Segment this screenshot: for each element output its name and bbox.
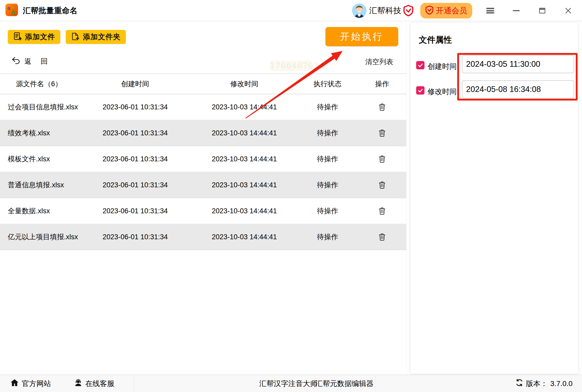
created-time-label: 创建时间 [428,62,457,71]
pinyin-master-link[interactable]: 汇帮汉字注音大师 [259,375,317,392]
check-icon [417,62,423,68]
header-source-name: 源文件名（6） [0,79,78,89]
header-exec-status: 执行状态 [296,79,359,89]
svg-text:A: A [11,9,15,16]
back-button[interactable]: 返 回 [10,56,51,67]
online-service-label: 在线客服 [85,379,114,389]
user-name[interactable]: 汇帮科技 [369,0,401,21]
file-name: 普通信息填报.xlsx [0,180,78,190]
menu-icon[interactable] [482,0,498,21]
watermark: 1766467034 [270,60,311,71]
exec-status: 待操作 [296,180,359,190]
table-row: 过会项目信息填报.xlsx2023-06-01 10:31:342023-10-… [0,94,406,120]
version-value: 3.7.0.0 [550,380,573,388]
headset-icon [74,379,82,388]
official-site-label: 官方网站 [22,379,51,389]
file-name: 亿元以上项目填报.xlsx [0,232,78,242]
created-time: 2023-06-01 10:31:34 [78,207,192,215]
add-file-label: 添加文件 [25,32,55,42]
refresh-icon[interactable] [515,379,523,388]
online-service-link[interactable]: 在线客服 [74,375,114,392]
modified-time: 2023-10-03 14:44:41 [192,207,296,215]
app-title: 汇帮批量重命名 [23,0,77,21]
modified-time-label: 修改时间 [428,87,457,97]
add-folder-icon [71,32,80,42]
created-time: 2023-06-01 10:31:34 [78,155,192,163]
created-time: 2023-06-01 10:31:34 [78,181,192,189]
svg-text:a: a [7,5,10,11]
trash-icon[interactable] [378,103,386,111]
clear-list-button[interactable]: 清空列表 [365,57,393,67]
trash-icon[interactable] [378,129,386,137]
created-time: 2023-06-01 10:31:34 [78,233,192,241]
header-modified-time: 修改时间 [192,79,296,89]
modified-time: 2023-10-03 14:44:41 [192,233,296,241]
file-table-body: 过会项目信息填报.xlsx2023-06-01 10:31:342023-10-… [0,94,406,250]
created-time: 2023-06-01 10:31:34 [78,129,192,137]
header-operation: 操作 [359,79,406,89]
trash-icon[interactable] [378,233,386,241]
table-row: 普通信息填报.xlsx2023-06-01 10:31:342023-10-03… [0,172,406,198]
created-time-input[interactable] [462,55,574,73]
app-logo: a A [5,4,18,16]
footer-divider [134,376,134,392]
modified-time: 2023-10-03 14:44:41 [192,181,296,189]
properties-title: 文件属性 [419,34,452,46]
official-site-link[interactable]: 官方网站 [10,375,51,392]
add-file-icon [13,32,22,42]
created-time: 2023-06-01 10:31:34 [78,103,192,111]
table-header-row: 源文件名（6） 创建时间 修改时间 执行状态 操作 [0,74,406,94]
file-name: 过会项目信息填报.xlsx [0,102,78,112]
version-label: 版本： [526,379,548,389]
created-time-checkbox[interactable] [416,61,424,69]
home-icon [10,379,19,388]
app-window: a A 汇帮批量重命名 汇帮科技 [0,0,582,392]
back-label: 返 回 [24,57,51,66]
start-execute-button[interactable]: 开始执行 [325,27,398,46]
table-row: 模板文件.xlsx2023-06-01 10:31:342023-10-03 1… [0,146,406,172]
trash-icon[interactable] [378,207,386,215]
file-name: 模板文件.xlsx [0,154,78,164]
exec-status: 待操作 [296,232,359,242]
exec-status: 待操作 [296,206,359,216]
check-icon [417,87,423,94]
vip-shield-icon [426,5,433,16]
modified-time: 2023-10-03 14:44:41 [192,129,296,137]
maximize-icon[interactable] [534,0,550,21]
version-info: 版本：3.7.0.0 [515,375,573,392]
file-table: 源文件名（6） 创建时间 修改时间 执行状态 操作 过会项目信息填报.xlsx2… [0,74,406,250]
back-arrow-icon [10,56,21,67]
header-created-time: 创建时间 [78,79,192,89]
footer-divider [376,376,376,392]
exec-status: 待操作 [296,154,359,164]
modified-time: 2023-10-03 14:44:41 [192,155,296,163]
footer-bar: 官方网站 在线客服 汇帮汉字注音大师 汇帮元数据编辑器 [0,375,582,392]
trash-icon[interactable] [378,155,386,163]
file-name: 绩效考核.xlsx [0,128,78,138]
modified-time-checkbox[interactable] [416,86,424,95]
modified-time: 2023-10-03 14:44:41 [192,103,296,111]
exec-status: 待操作 [296,102,359,112]
properties-panel: 文件属性 创建时间 修改时间 [406,22,582,375]
minimize-icon[interactable] [508,0,524,21]
title-bar: a A 汇帮批量重命名 汇帮科技 [0,0,582,21]
main-area: 添加文件 添加文件夹 开始执行 返 回 清空列表 17 [0,22,406,375]
exec-status: 待操作 [296,128,359,138]
table-row: 亿元以上项目填报.xlsx2023-06-01 10:31:342023-10-… [0,224,406,250]
trash-icon[interactable] [378,181,386,189]
vip-shield-icon [403,5,413,16]
add-folder-button[interactable]: 添加文件夹 [66,30,126,44]
open-membership-label: 开通会员 [436,5,467,16]
table-row: 绩效考核.xlsx2023-06-01 10:31:342023-10-03 1… [0,120,406,146]
close-icon[interactable] [560,0,576,21]
properties-card: 文件属性 创建时间 修改时间 [410,23,578,374]
add-file-button[interactable]: 添加文件 [8,30,60,44]
add-folder-label: 添加文件夹 [83,32,121,42]
table-row: 全量数据.xlsx2023-06-01 10:31:342023-10-03 1… [0,198,406,224]
open-membership-button[interactable]: 开通会员 [420,3,472,18]
file-name: 全量数据.xlsx [0,206,78,216]
modified-time-input[interactable] [462,80,574,98]
metadata-editor-link[interactable]: 汇帮元数据编辑器 [315,375,374,392]
user-avatar[interactable] [352,3,367,18]
